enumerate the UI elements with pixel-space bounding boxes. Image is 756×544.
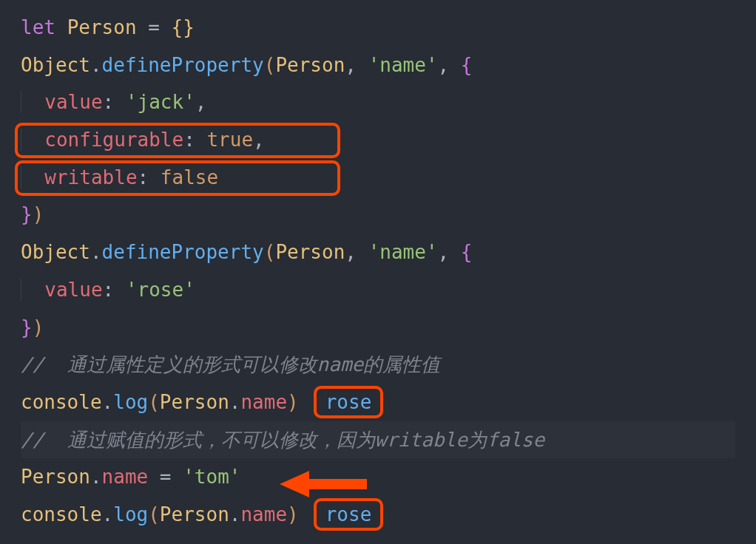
colon: : [138,166,161,188]
arg-name-string: 'name' [368,241,438,263]
prop-name: name [240,503,287,526]
string-jack: 'jack' [126,91,195,113]
variable-person: Person [67,16,137,38]
object-class: Object [21,241,90,263]
prop-writable: writable [44,166,137,188]
comma: , [438,54,461,76]
dot: . [229,503,241,526]
indent [21,129,44,151]
string-tom: 'tom' [183,466,240,488]
dot: . [90,466,102,488]
code-line-13: Person.name = 'tom' [21,458,735,496]
code-line-10: // 通过属性定义的形式可以修改name的属性值 [21,346,735,384]
output-box-2: rose [314,498,384,531]
arg-person: Person [275,241,345,263]
paren-close: ) [33,203,44,225]
operator-assign: = [137,16,172,38]
code-line-4: configurable: true, [21,121,735,159]
comment-1: // 通过属性定义的形式可以修改name的属性值 [21,353,440,375]
comma: , [438,241,461,263]
indent [21,91,44,113]
comma: , [253,129,265,151]
brace-close: } [183,16,195,38]
bool-true: true [206,129,253,151]
object-class: Object [21,54,90,76]
paren-close: ) [33,316,44,339]
code-line-5: writable: false [21,159,735,197]
prop-name: name [240,391,287,413]
dot: . [102,391,114,413]
paren-open: ( [148,503,160,526]
prop-value: value [44,91,102,113]
code-line-1: let Person = {} [21,9,735,47]
brace-open: { [461,54,473,76]
bool-false: false [161,166,218,188]
string-rose: 'rose' [126,279,195,301]
paren-close: ) [287,503,299,526]
colon: : [103,279,126,301]
operator-assign: = [148,466,183,488]
paren-open: ( [148,391,160,413]
comma: , [195,91,207,113]
comma: , [345,241,368,263]
dot: . [90,54,102,76]
indent [21,166,44,188]
paren-close: ) [287,391,299,413]
code-line-8: value: 'rose' [21,271,735,309]
indent [21,279,44,301]
console: console [21,391,102,413]
colon: : [183,129,206,151]
method-defineProperty: defineProperty [102,241,264,263]
code-line-6: }) [21,196,735,234]
method-defineProperty: defineProperty [102,54,264,76]
code-line-11: console.log(Person.name)rose [21,384,735,421]
prop-configurable: configurable [44,129,183,151]
code-line-12: // 通过赋值的形式，不可以修改，因为writable为false [21,421,735,459]
arg-person: Person [275,54,345,76]
console: console [21,503,102,526]
brace-close: } [21,203,33,225]
code-editor: let Person = {} Object.defineProperty(Pe… [21,9,735,534]
method-log: log [113,503,148,526]
comma: , [345,54,368,76]
dot: . [90,241,102,263]
keyword-let: let [21,16,55,38]
person-ref: Person [160,503,229,526]
method-log: log [113,391,148,413]
prop-name: name [102,466,149,488]
person-ref: Person [160,391,229,413]
brace-open: { [172,16,183,38]
output-box-1: rose [314,386,384,418]
output-rose-1: rose [325,391,372,413]
arg-name-string: 'name' [368,54,438,76]
code-line-14: console.log(Person.name)rose [21,496,735,534]
comment-2: // 通过赋值的形式，不可以修改，因为writable为false [21,429,544,451]
prop-value: value [44,279,102,301]
person-ref: Person [21,466,90,488]
code-line-3: value: 'jack', [21,84,735,121]
output-rose-2: rose [325,503,372,526]
dot: . [229,391,241,413]
dot: . [102,503,114,526]
brace-open: { [461,241,473,263]
paren-open: ( [264,241,276,263]
paren-open: ( [264,54,276,76]
code-line-7: Object.defineProperty(Person, 'name', { [21,234,735,271]
code-line-9: }) [21,309,735,347]
colon: : [103,91,126,113]
brace-close: } [21,316,33,339]
code-line-2: Object.defineProperty(Person, 'name', { [21,47,735,84]
